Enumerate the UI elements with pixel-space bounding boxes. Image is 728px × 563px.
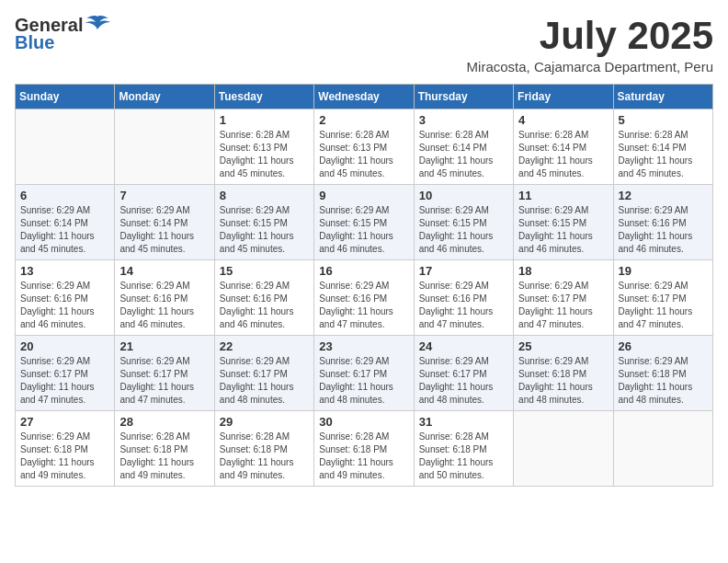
calendar-cell: 11Sunrise: 6:29 AMSunset: 6:15 PMDayligh… [514,185,613,260]
location-subtitle: Miracosta, Cajamarca Department, Peru [467,59,713,75]
calendar-cell [16,109,115,185]
calendar-cell: 31Sunrise: 6:28 AMSunset: 6:18 PMDayligh… [414,411,513,487]
day-info: Sunrise: 6:28 AMSunset: 6:13 PMDaylight:… [220,129,309,180]
day-number: 24 [419,339,508,353]
day-info: Sunrise: 6:28 AMSunset: 6:18 PMDaylight:… [119,431,209,482]
day-info: Sunrise: 6:29 AMSunset: 6:16 PMDaylight:… [220,280,309,331]
calendar-cell [115,109,214,185]
week-row-3: 13Sunrise: 6:29 AMSunset: 6:16 PMDayligh… [16,260,713,336]
day-info: Sunrise: 6:28 AMSunset: 6:14 PMDaylight:… [619,129,708,180]
calendar-cell: 18Sunrise: 6:29 AMSunset: 6:17 PMDayligh… [514,260,613,336]
weekday-header-row: SundayMondayTuesdayWednesdayThursdayFrid… [16,85,713,109]
day-number: 10 [419,189,508,202]
calendar-cell: 17Sunrise: 6:29 AMSunset: 6:16 PMDayligh… [414,260,513,336]
day-info: Sunrise: 6:29 AMSunset: 6:15 PMDaylight:… [319,204,408,256]
calendar-cell: 16Sunrise: 6:29 AMSunset: 6:16 PMDayligh… [314,260,414,336]
calendar-cell: 10Sunrise: 6:29 AMSunset: 6:15 PMDayligh… [414,185,513,260]
calendar-cell: 12Sunrise: 6:29 AMSunset: 6:16 PMDayligh… [613,185,712,260]
day-info: Sunrise: 6:29 AMSunset: 6:16 PMDaylight:… [319,280,408,331]
day-number: 5 [619,113,708,127]
day-number: 1 [220,113,309,127]
logo-general-text: General [15,16,83,34]
calendar-cell: 29Sunrise: 6:28 AMSunset: 6:18 PMDayligh… [214,411,313,487]
calendar-cell: 20Sunrise: 6:29 AMSunset: 6:17 PMDayligh… [16,336,115,411]
logo: General Blue [15,15,110,52]
logo-bird-icon [85,15,110,35]
day-info: Sunrise: 6:28 AMSunset: 6:13 PMDaylight:… [319,129,408,180]
day-info: Sunrise: 6:29 AMSunset: 6:18 PMDaylight:… [20,431,109,482]
day-number: 12 [619,189,708,202]
calendar-cell: 15Sunrise: 6:29 AMSunset: 6:16 PMDayligh… [214,260,313,336]
day-number: 7 [119,189,209,202]
month-year-title: July 2025 [467,15,713,57]
day-number: 14 [119,264,209,278]
day-number: 28 [119,415,209,429]
day-number: 27 [20,415,109,429]
calendar-cell: 14Sunrise: 6:29 AMSunset: 6:16 PMDayligh… [115,260,214,336]
day-number: 17 [419,264,508,278]
weekday-header-friday: Friday [514,85,613,109]
day-info: Sunrise: 6:29 AMSunset: 6:17 PMDaylight:… [220,355,309,407]
logo-blue-text: Blue [15,33,110,52]
day-number: 31 [419,415,508,429]
day-number: 3 [419,113,508,127]
day-number: 25 [518,339,608,353]
calendar-cell: 13Sunrise: 6:29 AMSunset: 6:16 PMDayligh… [16,260,115,336]
calendar-cell: 21Sunrise: 6:29 AMSunset: 6:17 PMDayligh… [115,336,214,411]
day-number: 13 [20,264,109,278]
calendar-cell: 26Sunrise: 6:29 AMSunset: 6:18 PMDayligh… [613,336,712,411]
day-info: Sunrise: 6:29 AMSunset: 6:17 PMDaylight:… [518,280,608,331]
day-info: Sunrise: 6:28 AMSunset: 6:18 PMDaylight:… [419,431,508,482]
calendar-cell [514,411,613,487]
title-area: July 2025 Miracosta, Cajamarca Departmen… [467,15,713,75]
day-info: Sunrise: 6:29 AMSunset: 6:18 PMDaylight:… [518,355,608,407]
calendar-cell: 8Sunrise: 6:29 AMSunset: 6:15 PMDaylight… [214,185,313,260]
day-number: 26 [619,339,708,353]
day-number: 4 [518,113,608,127]
day-info: Sunrise: 6:29 AMSunset: 6:16 PMDaylight:… [419,280,508,331]
day-number: 30 [319,415,408,429]
day-info: Sunrise: 6:28 AMSunset: 6:14 PMDaylight:… [518,129,608,180]
week-row-1: 1Sunrise: 6:28 AMSunset: 6:13 PMDaylight… [16,109,713,185]
calendar-table: SundayMondayTuesdayWednesdayThursdayFrid… [15,84,713,487]
weekday-header-saturday: Saturday [613,85,712,109]
week-row-5: 27Sunrise: 6:29 AMSunset: 6:18 PMDayligh… [16,411,713,487]
day-info: Sunrise: 6:29 AMSunset: 6:17 PMDaylight:… [319,355,408,407]
day-number: 22 [220,339,309,353]
calendar-cell: 3Sunrise: 6:28 AMSunset: 6:14 PMDaylight… [414,109,513,185]
calendar-cell: 25Sunrise: 6:29 AMSunset: 6:18 PMDayligh… [514,336,613,411]
week-row-4: 20Sunrise: 6:29 AMSunset: 6:17 PMDayligh… [16,336,713,411]
day-number: 23 [319,339,408,353]
calendar-cell [613,411,712,487]
day-info: Sunrise: 6:29 AMSunset: 6:17 PMDaylight:… [119,355,209,407]
day-number: 16 [319,264,408,278]
day-info: Sunrise: 6:29 AMSunset: 6:17 PMDaylight:… [619,280,708,331]
day-info: Sunrise: 6:29 AMSunset: 6:16 PMDaylight:… [619,204,708,256]
day-info: Sunrise: 6:29 AMSunset: 6:14 PMDaylight:… [119,204,209,256]
day-number: 6 [20,189,109,202]
calendar-cell: 23Sunrise: 6:29 AMSunset: 6:17 PMDayligh… [314,336,414,411]
calendar-cell: 30Sunrise: 6:28 AMSunset: 6:18 PMDayligh… [314,411,414,487]
calendar-cell: 1Sunrise: 6:28 AMSunset: 6:13 PMDaylight… [214,109,313,185]
calendar-cell: 27Sunrise: 6:29 AMSunset: 6:18 PMDayligh… [16,411,115,487]
calendar-cell: 28Sunrise: 6:28 AMSunset: 6:18 PMDayligh… [115,411,214,487]
day-info: Sunrise: 6:29 AMSunset: 6:16 PMDaylight:… [119,280,209,331]
day-number: 18 [518,264,608,278]
day-info: Sunrise: 6:29 AMSunset: 6:15 PMDaylight:… [419,204,508,256]
day-number: 9 [319,189,408,202]
day-info: Sunrise: 6:29 AMSunset: 6:17 PMDaylight:… [20,355,109,407]
day-info: Sunrise: 6:28 AMSunset: 6:18 PMDaylight:… [319,431,408,482]
calendar-cell: 6Sunrise: 6:29 AMSunset: 6:14 PMDaylight… [16,185,115,260]
calendar-cell: 5Sunrise: 6:28 AMSunset: 6:14 PMDaylight… [613,109,712,185]
day-info: Sunrise: 6:29 AMSunset: 6:15 PMDaylight:… [518,204,608,256]
weekday-header-monday: Monday [115,85,214,109]
calendar-cell: 2Sunrise: 6:28 AMSunset: 6:13 PMDaylight… [314,109,414,185]
calendar-cell: 19Sunrise: 6:29 AMSunset: 6:17 PMDayligh… [613,260,712,336]
day-number: 20 [20,339,109,353]
day-info: Sunrise: 6:29 AMSunset: 6:17 PMDaylight:… [419,355,508,407]
day-number: 11 [518,189,608,202]
day-number: 19 [619,264,708,278]
day-info: Sunrise: 6:28 AMSunset: 6:14 PMDaylight:… [419,129,508,180]
day-number: 15 [220,264,309,278]
day-info: Sunrise: 6:28 AMSunset: 6:18 PMDaylight:… [220,431,309,482]
